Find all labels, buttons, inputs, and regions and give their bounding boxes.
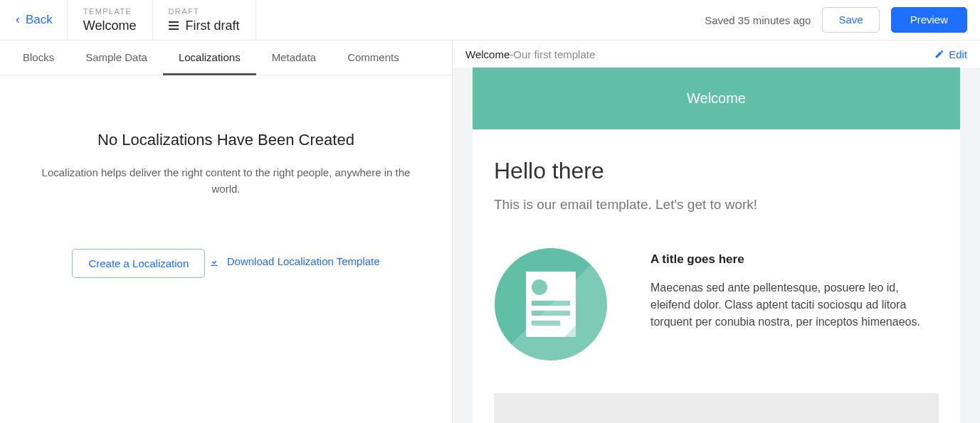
download-localization-template-link[interactable]: Download Localization Template	[209, 255, 380, 267]
email-body: Hello there This is our email template. …	[473, 129, 960, 423]
chevron-left-icon: ‹	[16, 13, 20, 26]
draft-name: First draft	[186, 18, 240, 33]
template-name: Welcome	[83, 18, 137, 33]
email-subheading: This is our email template. Let's get to…	[494, 197, 939, 213]
preview-button[interactable]: Preview	[891, 7, 967, 33]
back-button[interactable]: ‹ Back	[0, 0, 67, 40]
document-icon	[494, 248, 608, 360]
localizations-empty-state: No Localizations Have Been Created Local…	[0, 75, 452, 423]
left-panel: Blocks Sample Data Localizations Metadat…	[0, 41, 453, 423]
tabs: Blocks Sample Data Localizations Metadat…	[0, 41, 452, 75]
tab-blocks[interactable]: Blocks	[7, 41, 70, 75]
email-block-title: A title goes here	[650, 252, 930, 267]
email-footer-placeholder	[494, 393, 939, 423]
template-meta: TEMPLATE Welcome	[68, 0, 152, 40]
download-link-label: Download Localization Template	[227, 255, 380, 267]
tab-localizations[interactable]: Localizations	[163, 41, 256, 75]
tab-comments[interactable]: Comments	[332, 41, 415, 75]
email-content-block: A title goes here Maecenas sed ante pell…	[650, 248, 939, 331]
create-localization-button[interactable]: Create a Localization	[72, 249, 205, 278]
email-preview: Welcome Hello there This is our email te…	[473, 68, 960, 423]
save-button[interactable]: Save	[822, 7, 879, 33]
right-panel: Welcome - Our first template Edit Welcom…	[453, 41, 980, 423]
draft-meta[interactable]: DRAFT First draft	[153, 0, 255, 40]
tab-sample-data[interactable]: Sample Data	[70, 41, 163, 75]
email-content-row: A title goes here Maecenas sed ante pell…	[494, 248, 939, 360]
template-label: TEMPLATE	[83, 7, 137, 16]
preview-surface: Welcome Hello there This is our email te…	[453, 68, 980, 423]
preview-header: Welcome - Our first template Edit	[453, 41, 980, 68]
email-heading: Hello there	[494, 158, 939, 184]
top-actions: Saved 35 minutes ago Save Preview	[705, 0, 980, 40]
email-block-body: Maecenas sed ante pellentesque, posuere …	[650, 279, 930, 331]
top-bar: ‹ Back TEMPLATE Welcome DRAFT First draf…	[0, 0, 980, 41]
back-label: Back	[26, 13, 53, 27]
saved-ago: Saved 35 minutes ago	[705, 14, 811, 26]
empty-title: No Localizations Have Been Created	[0, 131, 452, 149]
draft-menu-icon	[169, 21, 179, 30]
empty-description: Localization helps deliver the right con…	[34, 165, 418, 197]
preview-subtitle: Our first template	[513, 48, 595, 60]
pencil-icon	[934, 49, 944, 59]
preview-edit-button[interactable]: Edit	[934, 48, 967, 60]
email-hero: Welcome	[473, 68, 960, 129]
draft-label: DRAFT	[169, 7, 240, 16]
tab-metadata[interactable]: Metadata	[256, 41, 332, 75]
preview-title: Welcome	[465, 48, 510, 60]
download-icon	[209, 256, 220, 267]
preview-edit-label: Edit	[949, 48, 967, 60]
